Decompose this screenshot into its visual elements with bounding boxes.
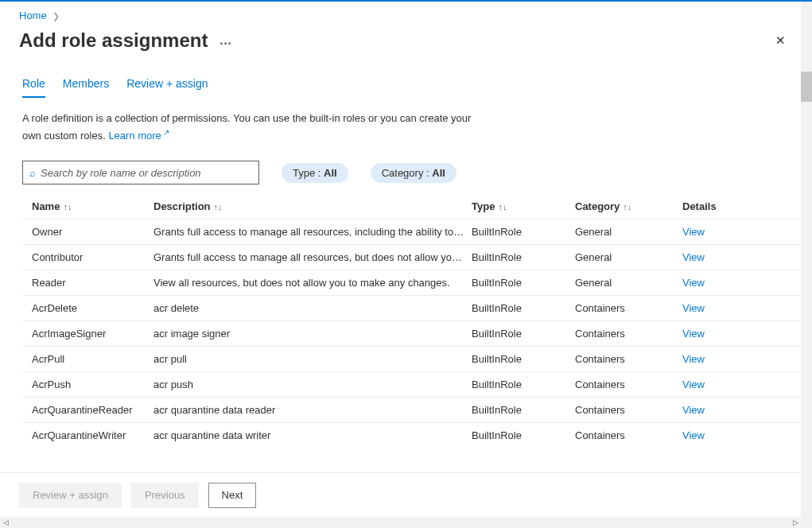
- roles-table: Name↑↓ Description↑↓ Type↑↓ Category↑↓ D…: [22, 194, 812, 448]
- filter-category-label: Category :: [382, 167, 433, 179]
- cell-details: View: [682, 277, 746, 289]
- sort-icon: ↑↓: [63, 202, 72, 212]
- description-body: A role definition is a collection of per…: [22, 112, 471, 142]
- scrollbar-corner: [801, 517, 812, 528]
- scroll-right-arrow-icon[interactable]: ▷: [790, 517, 801, 528]
- cell-category: Containers: [575, 379, 682, 390]
- cell-details: View: [682, 302, 746, 314]
- scroll-left-arrow-icon[interactable]: ◁: [0, 517, 11, 528]
- view-link[interactable]: View: [682, 302, 705, 314]
- vertical-scrollbar[interactable]: [801, 2, 812, 517]
- table-header-row: Name↑↓ Description↑↓ Type↑↓ Category↑↓ D…: [22, 194, 812, 219]
- cell-category: Containers: [575, 328, 682, 340]
- cell-name: Owner: [22, 226, 153, 238]
- cell-name: Reader: [22, 277, 153, 289]
- cell-description: acr quarantine data writer: [153, 429, 472, 441]
- cell-category: Containers: [575, 353, 682, 365]
- cell-name: AcrQuarantineWriter: [22, 429, 153, 441]
- page-title: Add role assignment …: [19, 29, 233, 52]
- cell-details: View: [682, 226, 746, 238]
- view-link[interactable]: View: [682, 379, 705, 390]
- cell-description: Grants full access to manage all resourc…: [153, 251, 472, 263]
- cell-type: BuiltInRole: [472, 353, 575, 365]
- cell-description: acr delete: [153, 302, 472, 314]
- breadcrumb-home-link[interactable]: Home: [19, 10, 47, 21]
- view-link[interactable]: View: [682, 226, 705, 238]
- header-row: Add role assignment … ✕: [0, 25, 812, 63]
- table-row[interactable]: AcrQuarantineReaderacr quarantine data r…: [22, 397, 812, 422]
- cell-category: General: [575, 226, 682, 238]
- tab-role[interactable]: Role: [22, 77, 45, 98]
- cell-details: View: [682, 353, 746, 365]
- cell-name: AcrPull: [22, 353, 153, 365]
- filter-type-pill[interactable]: Type : All: [282, 163, 348, 183]
- table-row[interactable]: AcrPushacr pushBuiltInRoleContainersView: [22, 371, 812, 397]
- table-row[interactable]: AcrPullacr pullBuiltInRoleContainersView: [22, 346, 812, 371]
- scroll-thumb[interactable]: [801, 72, 812, 102]
- table-row[interactable]: ContributorGrants full access to manage …: [22, 244, 812, 270]
- view-link[interactable]: View: [682, 251, 705, 263]
- cell-type: BuiltInRole: [472, 226, 575, 238]
- tab-members[interactable]: Members: [63, 77, 109, 98]
- cell-type: BuiltInRole: [472, 277, 575, 289]
- table-row[interactable]: AcrDeleteacr deleteBuiltInRoleContainers…: [22, 295, 812, 320]
- filter-category-value: All: [432, 167, 445, 179]
- cell-details: View: [682, 379, 746, 390]
- column-header-category[interactable]: Category↑↓: [575, 200, 682, 212]
- cell-details: View: [682, 429, 746, 441]
- cell-category: General: [575, 251, 682, 263]
- view-link[interactable]: View: [682, 277, 705, 289]
- page-title-text: Add role assignment: [19, 29, 208, 52]
- search-icon: ⌕: [29, 167, 36, 179]
- filter-category-pill[interactable]: Category : All: [371, 163, 457, 183]
- cell-name: Contributor: [22, 251, 153, 263]
- cell-category: Containers: [575, 404, 682, 416]
- table-row[interactable]: OwnerGrants full access to manage all re…: [22, 219, 812, 244]
- horizontal-scrollbar[interactable]: ◁ ▷: [0, 517, 801, 528]
- view-link[interactable]: View: [682, 328, 705, 340]
- tab-bar: Role Members Review + assign: [0, 63, 812, 98]
- more-actions-icon[interactable]: …: [219, 34, 233, 47]
- cell-type: BuiltInRole: [472, 429, 575, 441]
- cell-details: View: [682, 328, 746, 340]
- filter-type-value: All: [324, 167, 337, 179]
- close-icon: ✕: [775, 33, 786, 48]
- cell-type: BuiltInRole: [472, 379, 575, 390]
- cell-name: AcrImageSigner: [22, 328, 153, 340]
- sort-icon: ↑↓: [214, 202, 223, 212]
- table-row[interactable]: ReaderView all resources, but does not a…: [22, 270, 812, 295]
- previous-button: Previous: [131, 483, 199, 508]
- filter-type-label: Type :: [293, 167, 324, 179]
- column-header-name[interactable]: Name↑↓: [22, 200, 153, 212]
- cell-type: BuiltInRole: [472, 302, 575, 314]
- cell-description: acr pull: [153, 353, 472, 365]
- close-button[interactable]: ✕: [767, 28, 793, 53]
- sort-icon: ↑↓: [498, 202, 507, 212]
- footer-action-bar: Review + assign Previous Next: [0, 472, 812, 517]
- view-link[interactable]: View: [682, 353, 705, 365]
- main-container: Home ❯ Add role assignment … ✕ Role Memb…: [0, 2, 812, 517]
- view-link[interactable]: View: [682, 404, 705, 416]
- breadcrumb: Home ❯: [0, 2, 812, 25]
- cell-type: BuiltInRole: [472, 251, 575, 263]
- description-text: A role definition is a collection of per…: [0, 98, 509, 143]
- table-row[interactable]: AcrImageSigneracr image signerBuiltInRol…: [22, 320, 812, 346]
- table-row[interactable]: AcrQuarantineWriteracr quarantine data w…: [22, 422, 812, 448]
- table-body: OwnerGrants full access to manage all re…: [22, 219, 812, 448]
- search-box[interactable]: ⌕: [22, 161, 259, 184]
- column-header-type[interactable]: Type↑↓: [472, 200, 575, 212]
- sort-icon: ↑↓: [623, 202, 631, 212]
- cell-category: Containers: [575, 302, 682, 314]
- cell-name: AcrPush: [22, 379, 153, 390]
- next-button[interactable]: Next: [208, 483, 257, 508]
- cell-details: View: [682, 251, 746, 263]
- cell-description: View all resources, but does not allow y…: [153, 277, 472, 289]
- learn-more-link[interactable]: Learn more↗: [108, 130, 169, 142]
- column-header-description[interactable]: Description↑↓: [153, 200, 472, 212]
- chevron-right-icon: ❯: [52, 11, 60, 21]
- cell-name: AcrQuarantineReader: [22, 404, 153, 416]
- tab-review-assign[interactable]: Review + assign: [126, 77, 208, 98]
- cell-description: Grants full access to manage all resourc…: [153, 226, 472, 238]
- search-input[interactable]: [41, 167, 252, 179]
- view-link[interactable]: View: [682, 429, 705, 441]
